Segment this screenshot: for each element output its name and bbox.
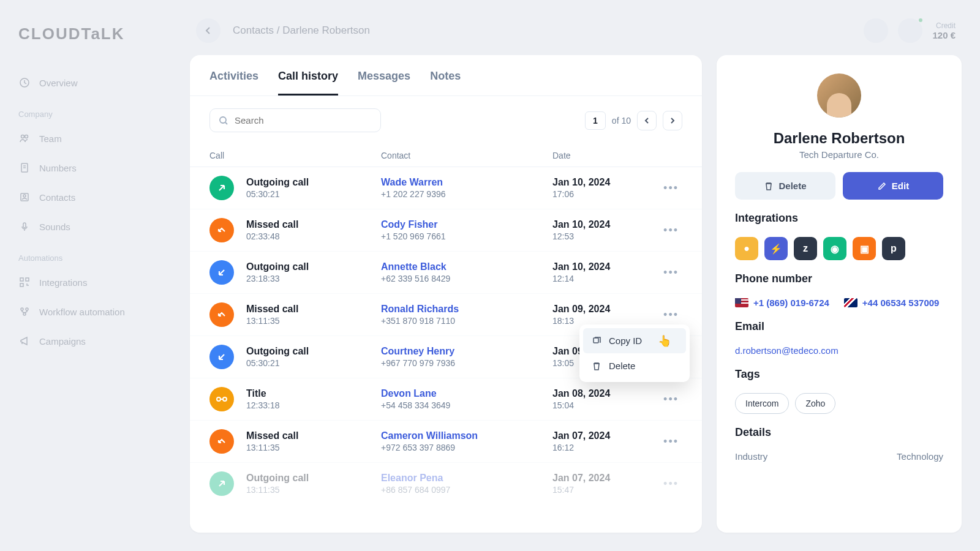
search-icon (219, 116, 228, 126)
integration-badge[interactable]: z (794, 237, 817, 260)
numbers-icon (18, 162, 31, 174)
svg-rect-7 (20, 278, 23, 281)
call-date: Jan 10, 2024 (552, 219, 660, 230)
integration-badge[interactable]: ▣ (853, 237, 876, 260)
credit-display: Credit 120 € (932, 21, 956, 40)
svg-point-13 (220, 117, 226, 123)
nav-team[interactable]: Team (18, 124, 153, 153)
nav-contacts[interactable]: Contacts (18, 182, 153, 212)
integration-badge[interactable]: ⚡ (764, 237, 788, 260)
ctx-copy-id[interactable]: Copy ID 👆 (583, 328, 686, 353)
contact-name-link[interactable]: Cody Fisher (381, 219, 552, 230)
title-call-icon (209, 387, 234, 411)
contact-name-link[interactable]: Wade Warren (381, 177, 552, 188)
integrations-title: Integrations (735, 212, 943, 225)
uk-flag-icon (844, 298, 858, 307)
call-duration: 13:11:35 (246, 485, 381, 495)
call-date: Jan 09, 2024 (552, 304, 660, 315)
logo: CLOUDTaLK (18, 24, 153, 43)
contact-name: Darlene Robertson (735, 130, 943, 147)
tab-notes[interactable]: Notes (430, 70, 461, 96)
nav-integrations[interactable]: Integrations (18, 268, 153, 297)
breadcrumb-parent[interactable]: Contacts (233, 24, 274, 36)
contact-name-link[interactable]: Cameron Williamson (381, 430, 552, 441)
row-more-button[interactable]: ••• (660, 178, 682, 198)
delete-button[interactable]: Delete (735, 172, 835, 200)
call-row[interactable]: Outgoing call 05:30:21 Wade Warren +1 20… (190, 167, 702, 209)
call-duration: 02:33:48 (246, 231, 381, 241)
call-type: Outgoing call (246, 177, 381, 188)
nav-label: Numbers (39, 163, 77, 173)
call-row[interactable]: Missed call 02:33:48 Cody Fisher +1 520 … (190, 209, 702, 252)
integration-badge[interactable]: p (882, 237, 905, 260)
phone-item[interactable]: +44 06534 537009 (844, 298, 940, 308)
arrow-left-icon (203, 26, 213, 36)
contact-phone: +351 870 918 7110 (381, 316, 552, 326)
call-history-panel: Activities Call history Messages Notes 1… (190, 55, 702, 533)
contacts-icon (18, 191, 31, 203)
prev-page-button[interactable] (637, 111, 657, 130)
search-input[interactable] (235, 115, 372, 126)
contact-name-link[interactable]: Devon Lane (381, 388, 552, 399)
integrations-icon (18, 276, 31, 288)
nav-workflow[interactable]: Workflow automation (18, 297, 153, 326)
phone-title: Phone number (735, 272, 943, 285)
page-number: 1 (585, 111, 606, 130)
user-avatar[interactable] (898, 18, 922, 43)
contact-name-link[interactable]: Ronald Richards (381, 304, 552, 315)
nav-label: Overview (39, 78, 78, 88)
contact-phone: +86 857 684 0997 (381, 485, 552, 495)
phone-item[interactable]: +1 (869) 019-6724 (735, 298, 829, 308)
integration-badge[interactable]: ● (735, 237, 758, 260)
nav-section-automations: Automations (18, 253, 153, 263)
tab-activities[interactable]: Activities (209, 70, 258, 96)
breadcrumb: Contacts / Darlene Robertson (233, 24, 370, 37)
nav-numbers[interactable]: Numbers (18, 153, 153, 182)
call-duration: 23:18:33 (246, 274, 381, 283)
contact-name-link[interactable]: Courtney Henry (381, 346, 552, 357)
call-duration: 13:11:35 (246, 443, 381, 452)
row-more-button[interactable]: ••• (660, 263, 682, 283)
row-more-button[interactable]: ••• (660, 305, 682, 325)
contact-phone: +1 202 227 9396 (381, 189, 552, 199)
integration-badge[interactable]: ◉ (823, 237, 846, 260)
row-more-button[interactable]: ••• (660, 389, 682, 410)
call-type: Missed call (246, 430, 381, 441)
tab-call-history[interactable]: Call history (278, 70, 338, 96)
tab-messages[interactable]: Messages (358, 70, 410, 96)
nav-label: Workflow automation (39, 307, 125, 317)
add-button[interactable] (864, 18, 888, 43)
nav-campaigns[interactable]: Campaigns (18, 326, 153, 356)
email-link[interactable]: d.robertson@tedeco.com (735, 345, 943, 356)
row-more-button[interactable]: ••• (660, 474, 682, 494)
contact-name-link[interactable]: Eleanor Pena (381, 473, 552, 484)
ctx-delete[interactable]: Delete (583, 353, 686, 378)
tags-title: Tags (735, 368, 943, 381)
search-field[interactable] (209, 108, 381, 132)
next-page-button[interactable] (663, 111, 682, 130)
row-more-button[interactable]: ••• (660, 432, 682, 452)
call-type: Missed call (246, 304, 381, 315)
edit-button[interactable]: Edit (843, 172, 943, 200)
svg-point-10 (21, 308, 23, 310)
copy-icon (592, 336, 601, 346)
header-call: Call (209, 151, 381, 160)
call-row[interactable]: Outgoing call 23:18:33 Annette Black +62… (190, 252, 702, 294)
call-type: Outgoing call (246, 261, 381, 272)
call-duration: 05:30:21 (246, 189, 381, 199)
call-row[interactable]: Missed call 13:11:35 Ronald Richards +35… (190, 294, 702, 336)
call-time: 15:04 (552, 400, 660, 410)
tag[interactable]: Zoho (795, 393, 835, 414)
contact-name-link[interactable]: Annette Black (381, 261, 552, 272)
tag[interactable]: Intercom (735, 393, 789, 414)
back-button[interactable] (196, 18, 221, 43)
nav-section-company: Company (18, 110, 153, 119)
call-row[interactable]: Title 12:33:18 Devon Lane +54 458 334 36… (190, 378, 702, 421)
call-row[interactable]: Missed call 13:11:35 Cameron Williamson … (190, 421, 702, 463)
nav-sounds[interactable]: Sounds (18, 212, 153, 241)
nav-overview[interactable]: Overview (18, 68, 153, 97)
nav-label: Campaigns (39, 336, 86, 347)
contact-phone: +967 770 979 7936 (381, 358, 552, 368)
call-row[interactable]: Outgoing call 13:11:35 Eleanor Pena +86 … (190, 463, 702, 504)
row-more-button[interactable]: ••• (660, 220, 682, 241)
